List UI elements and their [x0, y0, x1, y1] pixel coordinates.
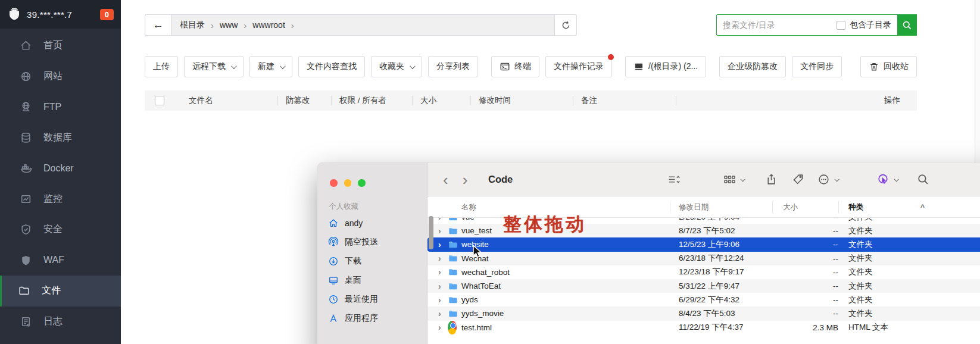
- header-cell-checkbox: [145, 90, 180, 111]
- nav-forward-icon[interactable]: ›: [463, 172, 468, 187]
- screen-sharing-icon[interactable]: [877, 162, 898, 196]
- sidebar-item-Docker[interactable]: Docker: [0, 153, 121, 184]
- finder-sidebar-item-label: 桌面: [345, 275, 361, 286]
- breadcrumb-item-www[interactable]: www: [220, 20, 238, 30]
- close-window-button[interactable]: [330, 179, 338, 187]
- sidebar-item-WAF[interactable]: WAF: [0, 245, 121, 276]
- toolbar-button-label: 终端: [514, 61, 531, 72]
- file-table-header: 文件名防篡改权限 / 所有者大小修改时间备注操作: [145, 90, 917, 111]
- toolbar-button-分享列表[interactable]: 分享列表: [428, 56, 478, 77]
- finder-search-icon[interactable]: [917, 162, 929, 196]
- sidebar-item-监控[interactable]: 监控: [0, 184, 121, 215]
- disclosure-chevron-icon[interactable]: ›: [438, 265, 441, 279]
- search-button[interactable]: [897, 14, 917, 36]
- recycle-area: 回收站: [860, 56, 917, 77]
- tag-icon[interactable]: [792, 162, 804, 196]
- sidebar-item-数据库[interactable]: 数据库: [0, 123, 121, 154]
- minimize-window-button[interactable]: [344, 179, 352, 187]
- disclosure-chevron-icon[interactable]: ›: [438, 307, 441, 320]
- group-view-icon[interactable]: [723, 162, 744, 196]
- file-row-wechat_robot[interactable]: ›wechat_robot12/23/18 下午9:17--文件夹: [427, 265, 980, 279]
- file-row-yyds_movie[interactable]: ›yyds_movie8/4/23 下午5:03--文件夹: [427, 307, 980, 320]
- sidebar-item-FTP[interactable]: FTP: [0, 92, 121, 123]
- nav-back-icon[interactable]: ‹: [443, 172, 448, 187]
- disclosure-chevron-icon[interactable]: ›: [438, 237, 441, 251]
- file-row-WhatToEat[interactable]: ›WhatToEat5/31/22 上午9:47--文件夹: [427, 279, 980, 293]
- finder-sidebar-item-隔空投送[interactable]: 隔空投送: [322, 233, 422, 252]
- recycle-bin-button[interactable]: 回收站: [860, 56, 917, 77]
- column-name[interactable]: 名称: [461, 196, 476, 218]
- file-row-website[interactable]: ›website12/5/23 上午9:06--文件夹: [427, 237, 980, 251]
- disclosure-chevron-icon[interactable]: ›: [438, 321, 441, 334]
- zoom-window-button[interactable]: [358, 179, 366, 187]
- column-date-modified[interactable]: 修改日期: [679, 196, 709, 218]
- finder-sidebar-item-下载[interactable]: 下载: [322, 252, 422, 271]
- breadcrumb: 根目录 › www › wwwroot ›: [171, 14, 555, 36]
- sidebar-item-安全[interactable]: 安全: [0, 214, 121, 245]
- sidebar-item-网站[interactable]: 网站: [0, 61, 121, 92]
- finder-sidebar-item-桌面[interactable]: 桌面: [322, 271, 422, 290]
- sidebar-item-文件[interactable]: 文件: [0, 276, 121, 307]
- ftp-icon: [20, 101, 32, 113]
- toolbar-button-/(根目录) (2...[interactable]: /(根目录) (2...: [625, 56, 706, 77]
- notification-badge[interactable]: 0: [100, 9, 114, 20]
- column-divider: [838, 201, 839, 213]
- back-button[interactable]: ←: [145, 14, 171, 36]
- column-size[interactable]: 大小: [783, 196, 798, 218]
- finder-sidebar-item-andy[interactable]: andy: [322, 214, 422, 233]
- file-row-test.html[interactable]: ›test.html11/22/19 下午4:372.3 MBHTML 文本: [427, 321, 980, 334]
- breadcrumb-item-wwwroot[interactable]: wwwroot: [252, 20, 285, 30]
- disclosure-chevron-icon[interactable]: ›: [438, 293, 441, 307]
- column-kind[interactable]: 种类: [848, 196, 863, 218]
- list-view-sort-icon[interactable]: [668, 162, 681, 196]
- file-kind: 文件夹: [848, 224, 873, 237]
- column-header-label: 大小: [420, 95, 436, 106]
- select-all-checkbox[interactable]: [155, 96, 164, 105]
- notification-dot: [608, 54, 614, 60]
- finder-window[interactable]: 个人收藏 andy隔空投送下载桌面最近使用应用程序 ‹ › Code: [317, 162, 980, 344]
- folder-icon: [448, 237, 458, 251]
- toolbar-button-企业级防篡改[interactable]: 企业级防篡改: [719, 56, 786, 77]
- disclosure-chevron-icon[interactable]: ›: [438, 224, 441, 237]
- sidebar-item-label: WAF: [43, 255, 64, 265]
- finder-sidebar: 个人收藏 andy隔空投送下载桌面最近使用应用程序: [317, 162, 427, 344]
- desktop-icon: [328, 275, 339, 286]
- file-toolbar: 上传远程下载新建文件内容查找收藏夹分享列表终端文件操作记录/(根目录) (2..…: [145, 56, 917, 77]
- header-cell-大小: 大小: [412, 90, 470, 111]
- sidebar-item-日志[interactable]: 日志: [0, 307, 121, 337]
- finder-sidebar-item-最近使用[interactable]: 最近使用: [322, 290, 422, 309]
- file-date-modified: 8/4/23 下午5:03: [679, 307, 735, 320]
- include-subdir-checkbox[interactable]: [837, 21, 845, 30]
- toolbar-button-终端[interactable]: 终端: [491, 56, 539, 77]
- toolbar-button-文件内容查找[interactable]: 文件内容查找: [298, 56, 365, 77]
- file-date-modified: 12/5/23 上午9:06: [679, 237, 739, 251]
- more-actions-icon[interactable]: [817, 162, 838, 196]
- toolbar-button-收藏夹[interactable]: 收藏夹: [371, 56, 422, 77]
- finder-sidebar-item-label: 隔空投送: [345, 237, 378, 248]
- header-cell-防篡改: 防篡改: [277, 90, 331, 111]
- toolbar-button-远程下载[interactable]: 远程下载: [184, 56, 244, 77]
- chevron-down-icon: [231, 63, 237, 69]
- disclosure-chevron-icon[interactable]: ›: [438, 252, 441, 265]
- toolbar-button-文件同步[interactable]: 文件同步: [792, 56, 842, 77]
- toolbar-button-label: 上传: [153, 61, 170, 72]
- refresh-button[interactable]: [555, 14, 577, 36]
- breadcrumb-item-root[interactable]: 根目录: [180, 20, 205, 30]
- sidebar-item-首页[interactable]: 首页: [0, 30, 121, 61]
- docker-icon: [20, 162, 32, 174]
- file-row-Wechat[interactable]: ›Wechat6/23/18 下午12:24--文件夹: [427, 252, 980, 265]
- file-kind: 文件夹: [848, 237, 873, 251]
- file-kind: HTML 文本: [848, 321, 888, 334]
- file-row-yyds[interactable]: ›yyds6/29/22 下午4:32--文件夹: [427, 293, 980, 307]
- toolbar-button-上传[interactable]: 上传: [145, 56, 178, 77]
- applications-icon: [328, 313, 339, 324]
- toolbar-button-文件操作记录[interactable]: 文件操作记录: [545, 56, 612, 77]
- toolbar-button-新建[interactable]: 新建: [249, 56, 292, 77]
- share-icon[interactable]: [765, 162, 778, 196]
- file-name: vue_test: [461, 224, 492, 237]
- file-name: test.html: [461, 321, 492, 334]
- finder-sidebar-item-应用程序[interactable]: 应用程序: [322, 309, 422, 328]
- sidebar-scrollbar-thumb[interactable]: [429, 216, 433, 249]
- search-input[interactable]: [717, 15, 837, 35]
- disclosure-chevron-icon[interactable]: ›: [438, 279, 441, 293]
